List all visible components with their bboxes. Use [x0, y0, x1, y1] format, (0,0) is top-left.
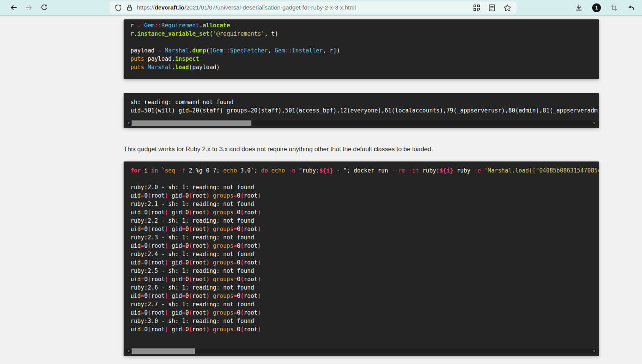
code-token: ::	[154, 22, 161, 29]
code-line: uid=0(root) gid=0(root) groups=0(root)	[130, 275, 592, 283]
code-token: gid	[168, 326, 182, 333]
code-token: =	[182, 226, 185, 233]
code-token: =	[234, 226, 237, 233]
code-token: =	[234, 259, 237, 266]
code-line: ruby:2.4 - sh: 1: reading: not found	[130, 250, 592, 258]
scroll-left-arrow-icon[interactable]: ‹	[126, 348, 132, 354]
code-token: root	[244, 209, 257, 216]
code-token: (	[189, 259, 192, 266]
code-token: uid	[130, 242, 141, 249]
code-token: echo	[223, 167, 237, 174]
code-token: , t)	[264, 30, 278, 37]
code-token	[210, 326, 213, 333]
code-token: gid	[168, 242, 182, 249]
code-token: gid	[168, 226, 182, 233]
reload-button[interactable]	[37, 1, 52, 14]
code-line: uid=0(root) gid=0(root) groups=0(root)	[130, 242, 592, 250]
reader-view-icon[interactable]	[489, 4, 495, 11]
scroll-right-arrow-icon[interactable]: ›	[591, 348, 597, 354]
code-token: groups	[213, 326, 234, 333]
code-token: )	[165, 309, 168, 316]
forward-button[interactable]	[21, 1, 37, 14]
reload-icon	[40, 4, 48, 11]
code-token: (	[240, 309, 244, 316]
address-bar[interactable]: https://devcraft.io/2021/01/07/universal…	[110, 2, 516, 14]
code-token: groups	[213, 192, 234, 199]
code-token	[210, 259, 213, 266]
code-token: root	[151, 192, 165, 199]
code-token: .	[189, 47, 192, 54]
scrollbar-track[interactable]	[132, 120, 591, 126]
code-token: groups	[213, 209, 234, 216]
code-token: -n	[288, 167, 295, 174]
code-token: (	[189, 226, 192, 233]
scrollbar-thumb[interactable]	[132, 120, 251, 126]
code-token: )	[257, 259, 261, 266]
undo-icon[interactable]	[627, 4, 635, 11]
code-line: uid=0(root) gid=0(root) groups=0(root)	[130, 325, 592, 334]
code-token: root	[151, 226, 165, 233]
code-token: (	[189, 209, 192, 216]
scrollbar-track[interactable]	[132, 348, 591, 354]
tracking-shield-icon[interactable]	[115, 4, 122, 11]
code-token	[210, 293, 213, 299]
code-token: (	[148, 309, 151, 316]
code-token: gid	[168, 309, 182, 316]
code-token: 0	[144, 309, 148, 316]
code-token: (	[189, 192, 192, 199]
code-token: )	[206, 209, 210, 216]
horizontal-scrollbar[interactable]: ‹ ›	[126, 348, 597, 354]
back-icon	[10, 4, 17, 11]
code-token	[481, 167, 484, 174]
code-token: --rm	[391, 167, 405, 174]
favorite-star-icon[interactable]	[504, 4, 511, 11]
code-token: )	[257, 293, 261, 299]
code-line: ruby:2.6 - sh: 1: reading: not found	[130, 283, 592, 292]
code-line: puts Marshal.load(payload)	[130, 63, 592, 71]
code-token: )	[206, 326, 210, 333]
code-token: )	[165, 192, 168, 199]
code-token: root	[244, 276, 257, 283]
code-token: Marshal	[148, 64, 172, 71]
scroll-right-arrow-icon[interactable]: ›	[591, 120, 597, 126]
scrollbar-thumb[interactable]	[132, 348, 195, 354]
code-token: 2.%g 0 7;	[186, 167, 223, 174]
code-token: for	[130, 167, 141, 174]
code-token: )	[206, 259, 210, 266]
code-token: 0	[186, 293, 189, 299]
code-token: )	[257, 309, 261, 316]
code-token: 0	[144, 326, 148, 333]
code-token: 0	[186, 326, 189, 333]
code-token: (payload)	[189, 64, 220, 71]
code-token: instance_variable_set	[137, 30, 210, 37]
lock-icon[interactable]	[127, 4, 132, 11]
code-token: )	[257, 226, 261, 233]
code-token: (	[148, 242, 151, 249]
code-content: for i in `seq -f 2.%g 0 7; echo 3.0`; do…	[124, 161, 599, 334]
horizontal-scrollbar[interactable]: ‹ ›	[126, 120, 597, 126]
code-token: =	[141, 242, 144, 249]
notification-badge[interactable]: 1	[592, 3, 601, 12]
code-token: (	[240, 192, 244, 199]
code-token: (	[189, 276, 192, 283]
crop-icon[interactable]	[610, 4, 618, 11]
scroll-left-arrow-icon[interactable]: ‹	[126, 120, 132, 126]
qr-code-icon[interactable]	[473, 4, 480, 11]
code-token	[405, 167, 409, 174]
code-token: root	[151, 209, 165, 216]
downloads-icon[interactable]	[575, 4, 583, 11]
code-token: ::	[223, 47, 230, 54]
code-token: (	[210, 30, 213, 37]
code-token: )	[206, 226, 210, 233]
code-token: Marshal	[165, 47, 189, 54]
code-token: gid	[168, 192, 182, 199]
code-token: )	[165, 242, 168, 249]
code-token: ruby:	[419, 167, 440, 174]
code-token: =	[182, 209, 185, 216]
code-token: )	[206, 309, 210, 316]
code-token: =	[137, 22, 144, 29]
code-token: ([	[206, 47, 213, 54]
code-token: (	[148, 326, 151, 333]
code-token	[268, 167, 271, 174]
back-button[interactable]	[6, 1, 21, 14]
